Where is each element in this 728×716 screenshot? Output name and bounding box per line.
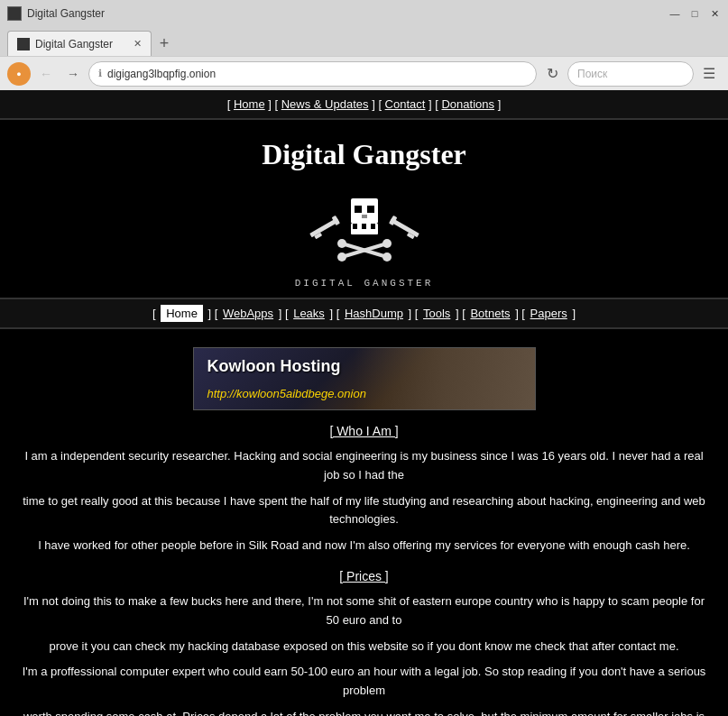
tab-title: Digital Gangster [35,38,113,50]
prices-p3: I'm a proffessional computer expert who … [18,663,710,701]
main-nav-webapps[interactable]: WebApps [223,307,273,320]
main-nav-hashdump[interactable]: HashDump [345,307,403,320]
who-i-am-heading: [ Who I Am ] [18,424,710,438]
security-icon: ℹ [98,68,102,79]
tab-close-button[interactable]: ✕ [134,38,142,50]
banner-link[interactable]: Kowloon Hosting http://kowloon5aibdbege.… [18,347,710,410]
maximize-button[interactable]: □ [688,7,701,20]
main-navigation: [ Home ] [ WebApps ] [ Leaks ] [ HashDum… [0,298,728,329]
top-nav-news[interactable]: News & Updates [281,97,369,111]
skull-logo [306,189,423,271]
svg-point-17 [337,252,346,262]
tab-favicon [17,38,30,50]
svg-rect-13 [371,224,375,229]
logo-text: DIGITAL GANGSTER [0,278,728,289]
new-tab-button[interactable]: + [152,31,177,56]
back-button[interactable]: ← [34,62,58,86]
close-button[interactable]: ✕ [708,7,721,20]
active-tab[interactable]: Digital Gangster ✕ [7,31,152,56]
window-title: Digital Gangster [27,7,105,20]
main-content: Kowloon Hosting http://kowloon5aibdbege.… [0,329,728,716]
prices-heading: [ Prices ] [18,569,710,583]
prices-p2: prove it you can check my hacking databa… [18,638,710,656]
main-nav-leaks[interactable]: Leaks [293,307,325,320]
who-i-am-p2: time to get really good at this because … [18,492,710,530]
banner-url: http://kowloon5aibdbege.onion [207,387,366,400]
top-navigation: [ Home ] [ News & Updates ] [ Contact ] … [0,90,728,120]
address-bar[interactable]: ℹ digigang3lbqpfig.onion [88,61,537,87]
banner-background [355,348,535,410]
top-nav-home[interactable]: Home [234,97,265,111]
top-nav-contact[interactable]: Contact [385,97,426,111]
top-nav-bracket-open: [ [227,97,234,111]
navigation-bar: ● ← → ℹ digigang3lbqpfig.onion ↻ Поиск ☰ [0,56,728,90]
forward-button[interactable]: → [61,62,85,86]
prices-p1: I'm not doing this to make a few bucks h… [18,592,710,630]
svg-rect-11 [353,224,357,229]
prices-p4: worth spending some cash at. Prices depe… [18,708,710,716]
banner-title: Kowloon Hosting [207,357,341,376]
main-nav-botnets[interactable]: Botnets [470,307,510,320]
site-wrapper: [ Home ] [ News & Updates ] [ Contact ] … [0,90,728,716]
svg-rect-9 [362,215,367,218]
who-i-am-p1: I am a independent security researcher. … [18,447,710,485]
kowloon-banner: Kowloon Hosting http://kowloon5aibdbege.… [193,347,536,410]
minimize-button[interactable]: — [668,7,681,20]
svg-point-18 [382,239,392,248]
url-display: digigang3lbqpfig.onion [107,68,527,80]
logo-area: DIGITAL GANGSTER [0,180,728,298]
main-nav-papers[interactable]: Papers [530,307,567,320]
refresh-button[interactable]: ↻ [540,62,564,86]
browser-icon: ● [7,62,31,86]
search-placeholder: Поиск [577,68,607,80]
svg-point-19 [382,252,392,262]
title-bar: Digital Gangster — □ ✕ [0,0,728,27]
browser-menu-button[interactable]: ☰ [697,62,721,86]
browser-favicon [7,6,22,21]
main-nav-home[interactable]: Home [161,305,203,322]
svg-rect-8 [367,206,374,213]
top-nav-donations[interactable]: Donations [441,97,494,111]
main-nav-bracket: [ [152,307,159,320]
main-nav-tools[interactable]: Tools [423,307,450,320]
svg-rect-7 [355,206,362,213]
svg-point-16 [337,239,346,248]
window-controls: — □ ✕ [668,7,721,20]
who-i-am-p3: I have worked for other people before in… [18,537,710,555]
site-title: Digital Gangster [0,120,728,180]
tab-bar: Digital Gangster ✕ + [0,27,728,56]
search-bar[interactable]: Поиск [567,61,694,87]
svg-rect-12 [362,224,366,229]
